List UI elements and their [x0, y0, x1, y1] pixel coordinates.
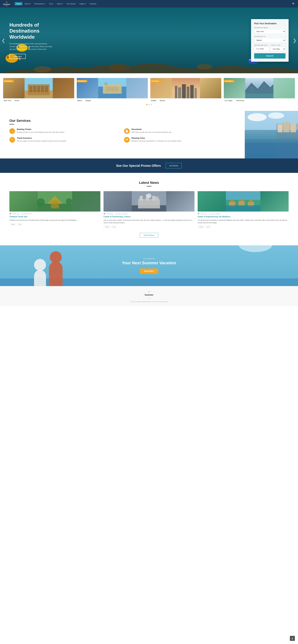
tag-usa-2[interactable]: USA	[111, 226, 117, 228]
svg-point-14	[197, 64, 212, 70]
news-excerpt-1: Thailand is the travel hub of Southeast …	[10, 219, 100, 222]
news-tags-2: Travel USA	[104, 226, 194, 228]
news-image-3	[198, 191, 288, 212]
destination-price-3: $16.00/pers.	[150, 80, 161, 82]
traveling-to-group: Traveling To Madrid Rome Bangkok	[254, 36, 286, 42]
hero-arrow-left[interactable]: ❮	[2, 38, 5, 43]
view-all-news-button[interactable]: View All News	[140, 233, 158, 238]
svg-point-80	[34, 259, 46, 271]
tag-travel-1[interactable]: Travel	[10, 223, 16, 226]
carousel-dot-2[interactable]	[148, 104, 150, 105]
tag-travel-3[interactable]: Travel	[198, 226, 204, 228]
news-date-2: 2 days ago	[106, 213, 113, 215]
svg-point-10	[249, 59, 250, 60]
service-desc-1: Booking a ticket for your next holiday j…	[17, 131, 64, 134]
service-desc-3: We can supply you with necessary medical…	[17, 140, 66, 142]
nav-item-about[interactable]: About ▾	[23, 2, 32, 6]
destination-price-4: $18.00/pers.	[224, 80, 234, 82]
svg-rect-31	[182, 84, 186, 98]
svg-rect-79	[49, 262, 63, 286]
svg-rect-26	[106, 86, 118, 91]
read-more-button[interactable]: Read More	[140, 268, 158, 274]
news-card-3: 📅 2 days ago by Laura Wallace Guide To E…	[198, 191, 288, 228]
services-divider	[10, 124, 14, 124]
services-title: Our Services	[10, 119, 235, 123]
destination-card-3[interactable]: $16.00/pers. Seattle → Boston	[150, 78, 222, 103]
planning-icon: 🗺	[124, 137, 130, 143]
news-meta-3: 📅 2 days ago by Laura Wallace	[198, 213, 288, 215]
carousel-dot-3[interactable]	[151, 104, 152, 105]
nav-item-contacts[interactable]: Contacts	[88, 2, 98, 5]
learn-more-button[interactable]: Learn More	[10, 54, 26, 59]
svg-rect-30	[178, 87, 181, 98]
news-image-1	[10, 191, 100, 212]
tag-usa-1[interactable]: USA	[17, 223, 23, 226]
destination-card-2[interactable]: $16.00/pers. Miami → Bogota	[77, 78, 148, 103]
nav-item-news[interactable]: News ▾	[56, 2, 64, 6]
departure-date-group: Departure Date	[254, 44, 269, 51]
nav-item-tour-search[interactable]: Tour Search	[65, 2, 77, 5]
destination-label-1: New York → Rome	[3, 98, 74, 103]
traveling-from-select[interactable]: New York London Paris	[254, 29, 286, 34]
traveling-to-select[interactable]: Madrid Rome Bangkok	[254, 38, 286, 42]
logo-sun-icon: ☀	[6, 1, 8, 4]
hero-title: Hundreds of Destinations Worldwide	[10, 22, 60, 40]
svg-rect-64	[226, 191, 260, 200]
insurance-icon: 🛡	[10, 137, 15, 143]
booking-tickets-icon: 🎫	[10, 128, 15, 134]
news-author-1: by Michael Ford	[21, 213, 31, 215]
services-content: Our Services 🎫 Booking Tickets Booking a…	[0, 111, 245, 158]
svg-rect-60	[152, 196, 155, 200]
svg-rect-58	[140, 196, 143, 200]
search-button[interactable]: Search	[254, 53, 286, 58]
svg-rect-18	[29, 86, 32, 92]
news-article-title-1[interactable]: Thailand Travel Tips	[10, 216, 100, 218]
news-date-1: 2 days ago	[12, 213, 19, 215]
svg-rect-44	[278, 124, 282, 132]
svg-rect-45	[283, 122, 290, 132]
tag-travel-2[interactable]: Travel	[104, 226, 110, 228]
logo-text: Summer	[3, 4, 10, 5]
nav-item-home[interactable]: Home	[15, 2, 22, 5]
svg-point-54	[66, 198, 72, 204]
destination-card-1[interactable]: $19.00/pers. New York → Rome	[3, 78, 74, 103]
destinations-grid: $19.00/pers. New York → Rome $16.00/pers…	[3, 78, 295, 103]
svg-rect-38	[245, 94, 274, 98]
news-article-title-2[interactable]: Castle of Chenonceau, France	[104, 216, 194, 218]
service-item-2: 📄 Documents We'll help you with any visa…	[124, 128, 236, 134]
service-title-4: Planning Tours	[132, 137, 182, 139]
hero-arrow-right[interactable]: ❯	[293, 38, 296, 43]
svg-point-62	[147, 194, 152, 198]
ticket-type-select[interactable]: One Way Round Trip	[270, 47, 286, 51]
destination-card-4[interactable]: $18.00/pers. Las Vegas → Vancouver	[224, 78, 295, 103]
svg-point-12	[34, 66, 51, 72]
departure-date-label: Departure Date	[254, 44, 269, 46]
svg-rect-71	[226, 205, 260, 212]
news-article-title-3[interactable]: Guide To Experiencing The Maldives	[198, 216, 288, 218]
calendar-icon-1: 📅	[10, 213, 11, 215]
footer-logo-stars: ★ ★	[148, 297, 150, 299]
news-meta-1: 📅 2 days ago by Michael Ford	[10, 213, 100, 215]
footer: ☀ Summer ★ ★ © 2016 All Rights Reserved …	[0, 286, 298, 306]
news-date-3: 2 days ago	[200, 213, 207, 215]
traveling-from-group: Traveling From New York London Paris	[254, 27, 286, 34]
news-card-1: 📅 2 days ago by Michael Ford Thailand Tr…	[10, 191, 100, 228]
nav-item-pages[interactable]: Pages ▾	[78, 2, 88, 6]
nav-links: Home About ▾ Destinations ▾ Tours News ▾…	[15, 2, 292, 6]
departure-date-input[interactable]	[254, 47, 269, 51]
navbar: ☀ Summer ★ ★ Home About ▾ Destinations ▾…	[0, 0, 298, 8]
nav-item-tours[interactable]: Tours	[48, 2, 55, 5]
services-image	[245, 111, 298, 158]
svg-rect-78	[34, 270, 46, 286]
carousel-dot-1[interactable]	[146, 104, 148, 105]
news-author-3: by Laura Wallace	[210, 213, 220, 215]
tag-usa-3[interactable]: USA	[205, 226, 211, 228]
service-item-4: 🗺 Planning Tours Whatever your dream des…	[124, 137, 236, 143]
nav-item-destinations[interactable]: Destinations ▾	[33, 2, 47, 6]
svg-rect-19	[33, 86, 36, 92]
service-desc-4: Whatever your dream destination is, we'l…	[132, 140, 182, 142]
svg-rect-29	[175, 86, 177, 98]
get-started-button[interactable]: Get Started	[166, 163, 182, 168]
search-icon[interactable]: 🔍	[292, 2, 295, 5]
services-grid: 🎫 Booking Tickets Booking a ticket for y…	[10, 128, 235, 143]
